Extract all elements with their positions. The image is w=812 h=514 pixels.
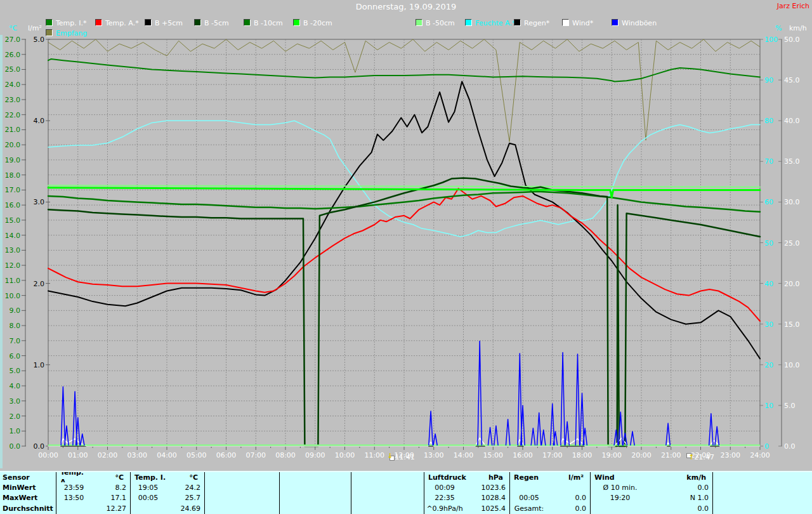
celsius-tick-label: 5.0 bbox=[10, 367, 21, 375]
celsius-tick-label: 1.0 bbox=[10, 427, 21, 435]
table-cell bbox=[279, 503, 351, 514]
table-col-name: Temp. A. bbox=[56, 472, 92, 482]
x-axis-hour-label: 21:00 bbox=[661, 451, 681, 459]
table-cell: Regenl/m² bbox=[509, 472, 590, 482]
table-row-label: MaxWert bbox=[0, 492, 56, 503]
table-value-number: 17.1 bbox=[91, 493, 130, 503]
series-feuchte_a bbox=[48, 121, 760, 237]
table-cell: 0.0 bbox=[590, 503, 712, 514]
table-value-number: 0.0 bbox=[650, 504, 712, 513]
kmh-tick-label: 30.0 bbox=[784, 198, 800, 206]
table-value-number: N 1.0 bbox=[650, 493, 712, 503]
weather-chart-window: Donnerstag, 19.09.2019 Jarz Erich °C l/m… bbox=[0, 0, 812, 514]
kmh-tick-label: 0.0 bbox=[784, 442, 796, 451]
series-b_minus50cm bbox=[48, 185, 760, 187]
table-cell bbox=[351, 503, 424, 514]
percent-tick-label: 100 bbox=[764, 36, 778, 44]
table-header-sensor: Sensor bbox=[0, 472, 56, 482]
table-cell: Temp. I.°C bbox=[130, 472, 204, 482]
table-value-time: 00:05 bbox=[510, 493, 548, 503]
table-cell: Gesamt:0.0 bbox=[509, 503, 590, 514]
table-col-name: Luftdruck bbox=[424, 473, 466, 482]
x-axis-hour-label: 23:00 bbox=[720, 451, 740, 459]
x-axis-hour-label: 16:00 bbox=[513, 451, 533, 459]
celsius-tick-label: 25.0 bbox=[5, 65, 21, 74]
celsius-tick-label: 6.0 bbox=[10, 352, 21, 360]
table-value-time: 19:20 bbox=[591, 493, 650, 503]
table-cell: 23:598.2 bbox=[56, 482, 130, 492]
stats-table-area: SensorTemp. A.°CTemp. I.°CLuftdruckhPaRe… bbox=[0, 471, 812, 514]
kmh-tick-label: 10.0 bbox=[784, 361, 800, 369]
x-axis-hour-label: 00:00 bbox=[38, 451, 58, 459]
celsius-tick-label: 15.0 bbox=[5, 216, 21, 225]
table-value-number: 0.0 bbox=[650, 483, 712, 492]
celsius-tick-label: 19.0 bbox=[5, 156, 21, 164]
celsius-tick-label: 27.0 bbox=[5, 36, 21, 44]
percent-tick-label: 90 bbox=[764, 76, 773, 84]
table-value-time: 13:50 bbox=[56, 493, 91, 503]
celsius-tick-label: 7.0 bbox=[10, 337, 21, 345]
percent-tick-label: 20 bbox=[764, 361, 773, 369]
table-col-unit: l/m² bbox=[549, 473, 590, 482]
table-cell bbox=[204, 472, 279, 482]
table-cell bbox=[712, 482, 811, 492]
rain-tick-label: 5.0 bbox=[34, 36, 45, 44]
table-col-unit: hPa bbox=[466, 473, 509, 482]
chart-plot-area: 0.01.02.03.04.05.06.07.08.09.010.011.012… bbox=[0, 0, 812, 471]
x-axis-hour-label: 10:00 bbox=[335, 451, 355, 459]
x-axis-hour-label: 11:00 bbox=[364, 451, 384, 459]
table-value-time: Ø 10 min. bbox=[591, 483, 650, 492]
table-value-time: 22:35 bbox=[424, 493, 465, 503]
table-cell: Ø 10 min.0.0 bbox=[590, 482, 712, 492]
table-col-unit: km/h bbox=[650, 473, 712, 482]
kmh-tick-label: 5.0 bbox=[784, 402, 796, 410]
x-axis-hour-label: 01:00 bbox=[68, 451, 88, 459]
rain-tick-label: 4.0 bbox=[34, 117, 45, 125]
celsius-tick-label: 14.0 bbox=[5, 232, 21, 240]
table-cell: Windkm/h bbox=[590, 472, 712, 482]
x-axis-hour-label: 07:00 bbox=[246, 451, 266, 459]
percent-tick-label: 60 bbox=[764, 198, 773, 206]
event-marker-21-47: ↑21:47 bbox=[686, 453, 714, 461]
table-cell bbox=[279, 482, 351, 492]
kmh-tick-label: 15.0 bbox=[784, 320, 800, 329]
table-cell: ^0.9hPa/h1025.4 bbox=[424, 503, 509, 514]
table-cell: 12.27 bbox=[56, 503, 130, 514]
table-cell: 19:0524.2 bbox=[130, 482, 204, 492]
celsius-tick-label: 17.0 bbox=[5, 186, 21, 194]
table-cell bbox=[712, 472, 811, 482]
x-axis-hour-label: 19:00 bbox=[601, 451, 622, 459]
chart-svg: 0.01.02.03.04.05.06.07.08.09.010.011.012… bbox=[0, 0, 812, 471]
event-marker-time: 11:41 bbox=[395, 453, 415, 461]
celsius-tick-label: 13.0 bbox=[5, 246, 21, 254]
percent-tick-label: 50 bbox=[764, 239, 773, 247]
kmh-tick-label: 50.0 bbox=[784, 36, 800, 44]
table-value-time: 19:05 bbox=[131, 483, 166, 492]
celsius-tick-label: 20.0 bbox=[5, 141, 21, 149]
table-col-name: Wind bbox=[591, 473, 650, 482]
table-value-time: 23:59 bbox=[56, 483, 91, 492]
table-col-unit: °C bbox=[166, 473, 204, 482]
x-axis-hour-label: 20:00 bbox=[631, 451, 652, 459]
x-axis-hour-label: 13:00 bbox=[424, 451, 444, 459]
table-row-label: MinWert bbox=[0, 482, 56, 492]
kmh-tick-label: 40.0 bbox=[784, 117, 800, 125]
table-value-number: 24.2 bbox=[166, 483, 204, 492]
x-axis-hour-label: 14:00 bbox=[454, 451, 474, 459]
rain-tick-label: 0.0 bbox=[34, 442, 45, 451]
x-axis-hour-label: 05:00 bbox=[187, 451, 207, 459]
x-axis-hour-label: 08:00 bbox=[275, 451, 296, 459]
celsius-tick-label: 9.0 bbox=[10, 306, 21, 315]
table-value-number: 12.27 bbox=[91, 504, 130, 513]
x-axis-hour-label: 02:00 bbox=[98, 451, 118, 459]
x-axis-hour-label: 06:00 bbox=[216, 451, 237, 459]
table-value-time: Gesamt: bbox=[510, 504, 548, 513]
table-col-name: Regen bbox=[510, 473, 549, 482]
table-value-number: 1025.4 bbox=[465, 504, 509, 513]
percent-tick-label: 40 bbox=[764, 280, 773, 288]
percent-tick-label: 30 bbox=[764, 320, 773, 329]
celsius-tick-label: 3.0 bbox=[10, 397, 21, 405]
kmh-tick-label: 20.0 bbox=[784, 280, 800, 288]
table-cell bbox=[509, 482, 590, 492]
moonset-marker-icon: ↓ bbox=[387, 453, 395, 461]
